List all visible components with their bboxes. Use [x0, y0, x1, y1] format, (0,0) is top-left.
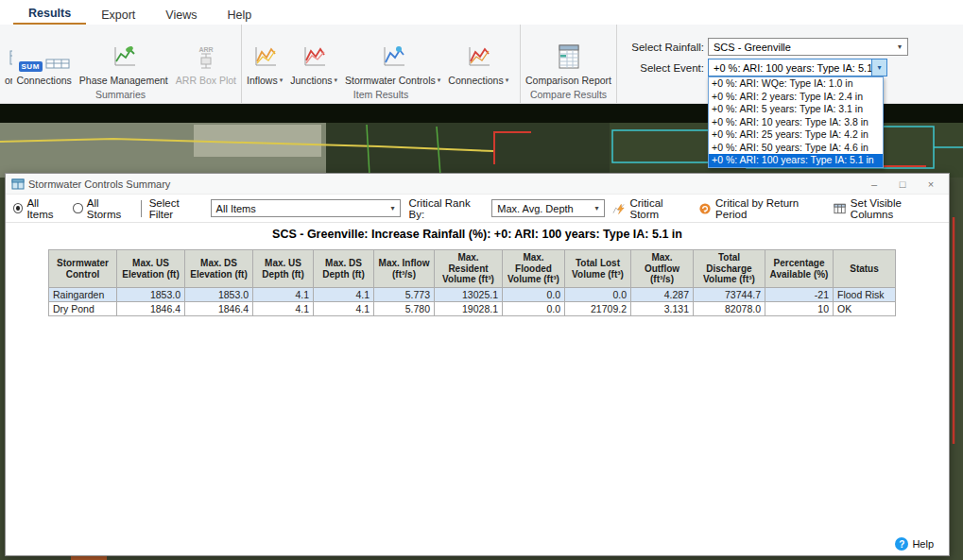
maximize-button[interactable]: □ [888, 178, 917, 190]
chevron-down-icon: ▾ [506, 76, 509, 84]
table-cell: 4.1 [253, 288, 314, 302]
table-cell: 4.1 [314, 288, 374, 302]
inflows-results-button[interactable]: Inflows▾ [243, 26, 286, 89]
event-option[interactable]: +0 %: ARI: 5 years: Type IA: 3.1 in [709, 103, 883, 116]
chevron-down-icon: ▾ [280, 76, 284, 84]
junctions-results-button[interactable]: Junctions▾ [286, 26, 341, 89]
radio-icon [73, 203, 82, 213]
table-cell: 82078.0 [694, 302, 765, 316]
arr-box-plot-button[interactable]: ARR ARR Box Plot [172, 26, 240, 89]
table-row[interactable]: Dry Pond 1846.4 1846.4 4.1 4.1 5.780 190… [49, 302, 896, 316]
column-header[interactable]: Percentage Available (%) [765, 250, 834, 288]
phase-chart-icon [111, 45, 137, 72]
connections-summary-button[interactable]: SUM Connections [12, 26, 75, 89]
critical-rank-label: Critical Rank By: [408, 197, 484, 220]
connections-results-button[interactable]: Connections▾ [444, 26, 512, 89]
table-cell: 73744.7 [694, 288, 765, 302]
inflows-chart-icon [251, 45, 278, 72]
chevron-down-icon: ▾ [335, 76, 338, 84]
button-label: ontrols [5, 75, 12, 86]
table-header-row: Stormwater Control Max. US Elevation (ft… [49, 250, 896, 288]
tab-help[interactable]: Help [212, 5, 267, 25]
column-header[interactable]: Max. US Elevation (ft) [117, 250, 185, 288]
column-header[interactable]: Status [834, 250, 896, 288]
chevron-down-icon[interactable]: ▾ [385, 200, 400, 216]
tab-export[interactable]: Export [86, 5, 150, 25]
button-label: ARR Box Plot [176, 75, 236, 86]
stormwater-controls-results-button[interactable]: Stormwater Controls▾ [341, 26, 444, 89]
set-visible-columns-button[interactable]: Set Visible Columns [834, 197, 941, 220]
table-cell: 13025.1 [435, 288, 503, 302]
critical-rank-combo[interactable]: Max. Avg. Depth ▾ [491, 199, 605, 217]
summary-title: SCS - Greenville: Increase Rainfall (%):… [6, 228, 949, 241]
phase-management-button[interactable]: Phase Management [76, 26, 172, 89]
all-items-radio[interactable]: All Items [13, 197, 65, 220]
event-option[interactable]: +0 %: ARI: WQe: Type IA: 1.0 in [709, 77, 883, 91]
dialog-title: Stormwater Controls Summary [28, 178, 860, 190]
event-option[interactable]: +0 %: ARI: 50 years: Type IA: 4.6 in [709, 142, 883, 155]
table-cell: 5.773 [374, 288, 435, 302]
radio-icon [13, 203, 23, 213]
table-cell: 4.287 [631, 288, 694, 302]
column-header[interactable]: Max. US Depth (ft) [253, 250, 314, 288]
controls-summary-button[interactable]: ontrols [1, 26, 12, 89]
rainfall-select[interactable]: SCS - Greenville ▾ [708, 38, 908, 56]
critical-storm-button[interactable]: Critical Storm [612, 197, 691, 220]
event-dropdown-list: +0 %: ARI: WQe: Type IA: 1.0 in +0 %: AR… [708, 76, 884, 168]
close-button[interactable]: × [917, 178, 945, 190]
column-header[interactable]: Max. Flooded Volume (ft³) [503, 250, 565, 288]
event-select[interactable]: +0 %: ARI: 100 years: Type IA: 5.1 in ▾ [708, 59, 887, 76]
button-label: Critical by Return Period [715, 197, 826, 220]
table-cell: 10 [765, 302, 834, 316]
tab-results[interactable]: Results [13, 3, 86, 25]
table-cell: Dry Pond [49, 302, 117, 316]
column-header[interactable]: Max. DS Depth (ft) [314, 250, 374, 288]
event-option-selected[interactable]: +0 %: ARI: 100 years: Type IA: 5.1 in [709, 154, 883, 167]
column-header[interactable]: Max. DS Elevation (ft) [185, 250, 253, 288]
minimize-button[interactable]: – [860, 178, 888, 190]
select-filter-combo[interactable]: All Items ▾ [211, 199, 402, 217]
table-cell: 3.131 [631, 302, 694, 316]
group-item-results: Inflows▾ Junctions▾ Stormwater Controls▾ [242, 25, 521, 103]
stormwater-controls-summary-window: Stormwater Controls Summary – □ × All It… [5, 173, 950, 556]
svg-text:ARR: ARR [198, 46, 213, 53]
table-cell: 21709.2 [565, 302, 631, 316]
select-rainfall-label: Select Rainfall: [623, 42, 704, 53]
table-row[interactable]: Raingarden 1853.0 1853.0 4.1 4.1 5.773 1… [49, 288, 896, 302]
help-label: Help [912, 538, 934, 550]
table-icon [5, 45, 12, 72]
column-header[interactable]: Total Lost Volume (ft³) [565, 250, 631, 288]
radio-label: All Storms [87, 197, 133, 220]
event-option[interactable]: +0 %: ARI: 2 years: Type IA: 2.4 in [709, 91, 883, 104]
chevron-down-icon[interactable]: ▾ [871, 59, 886, 76]
chevron-down-icon[interactable]: ▾ [589, 200, 604, 216]
column-header[interactable]: Max. Inflow (ft³/s) [374, 250, 435, 288]
connections-chart-icon [465, 45, 491, 72]
window-icon [11, 178, 25, 190]
dialog-titlebar[interactable]: Stormwater Controls Summary – □ × [6, 174, 949, 195]
event-option[interactable]: +0 %: ARI: 25 years: Type IA: 4.2 in [709, 128, 883, 142]
tab-views[interactable]: Views [150, 5, 212, 25]
app-screen: Results Export Views Help ontrols [0, 0, 963, 560]
help-button[interactable]: ? Help [895, 537, 934, 551]
button-label: Connections [16, 75, 71, 86]
column-header[interactable]: Stormwater Control [49, 250, 117, 288]
table-cell: -21 [765, 288, 834, 302]
button-label: Critical Storm [629, 197, 691, 220]
critical-rank-value: Max. Avg. Depth [492, 203, 589, 214]
all-storms-radio[interactable]: All Storms [73, 197, 132, 220]
column-header[interactable]: Total Discharge Volume (ft³) [694, 250, 765, 288]
critical-by-return-period-button[interactable]: Critical by Return Period [698, 197, 826, 220]
status-cell: Flood Risk [834, 288, 896, 302]
chevron-down-icon[interactable]: ▾ [892, 39, 907, 55]
table-cell: 1846.4 [185, 302, 253, 316]
comparison-report-button[interactable]: Comparison Report [522, 26, 615, 89]
select-filter-value: All Items [212, 203, 386, 214]
group-compare-results: Comparison Report Compare Results [521, 25, 617, 103]
column-header[interactable]: Max. Outflow (ft³/s) [631, 250, 694, 288]
toolbar-separator [141, 200, 142, 217]
column-header[interactable]: Max. Resident Volume (ft³) [435, 250, 503, 288]
junctions-chart-icon [301, 45, 327, 72]
event-option[interactable]: +0 %: ARI: 10 years: Type IA: 3.8 in [709, 116, 883, 129]
columns-grid-icon [834, 202, 847, 215]
